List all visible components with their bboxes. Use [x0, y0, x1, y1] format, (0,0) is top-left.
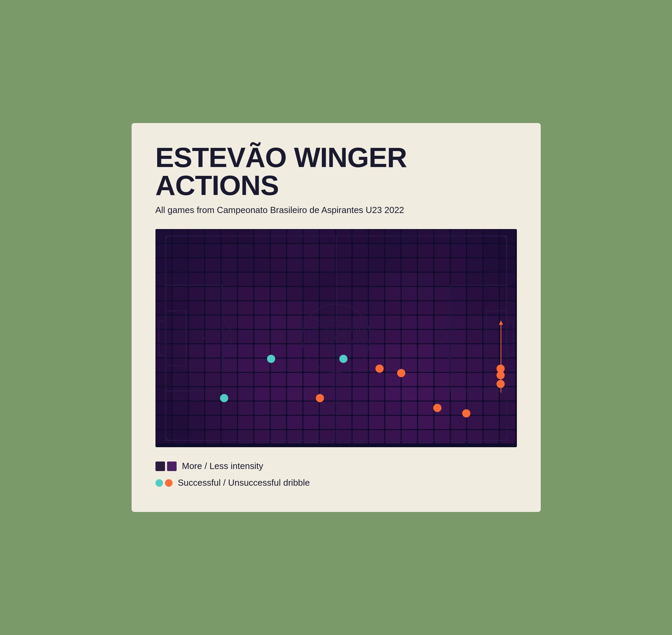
svg-rect-61	[418, 258, 433, 272]
svg-rect-302	[402, 416, 417, 429]
svg-rect-13	[353, 230, 368, 243]
svg-point-348	[220, 394, 228, 402]
svg-text:TFA: TFA	[301, 313, 372, 354]
dribble-legend-row: Successful / Unsuccessful dribble	[155, 478, 517, 488]
svg-rect-169	[385, 330, 401, 343]
svg-rect-226	[238, 373, 253, 386]
svg-rect-111	[156, 301, 171, 315]
svg-rect-161	[254, 330, 270, 343]
svg-rect-126	[402, 301, 417, 315]
svg-rect-40	[434, 244, 450, 257]
svg-rect-224	[205, 373, 221, 386]
svg-rect-31	[287, 244, 302, 257]
svg-rect-185	[287, 344, 302, 358]
svg-rect-39	[418, 244, 433, 257]
svg-rect-38	[402, 244, 417, 257]
svg-rect-91	[189, 287, 204, 300]
svg-rect-73	[254, 273, 270, 286]
svg-rect-171	[418, 330, 433, 343]
svg-rect-156	[173, 330, 188, 343]
svg-rect-88	[500, 273, 515, 286]
svg-rect-239	[451, 373, 466, 386]
svg-rect-43	[483, 244, 499, 257]
svg-rect-280	[402, 402, 417, 415]
svg-rect-105	[418, 287, 433, 300]
svg-rect-214	[402, 359, 417, 372]
svg-rect-208	[303, 359, 319, 372]
svg-rect-314	[238, 430, 253, 443]
svg-rect-234	[369, 373, 384, 386]
svg-rect-285	[483, 402, 499, 415]
svg-rect-241	[483, 373, 499, 386]
svg-rect-99	[320, 287, 335, 300]
intensity-label: More / Less intensity	[182, 461, 263, 471]
svg-rect-237	[418, 373, 433, 386]
svg-rect-51	[254, 258, 270, 272]
svg-rect-127	[418, 301, 433, 315]
svg-rect-261	[451, 387, 466, 400]
svg-point-353	[462, 409, 470, 418]
svg-rect-23	[156, 244, 171, 257]
svg-rect-106	[434, 287, 450, 300]
svg-rect-192	[402, 344, 417, 358]
svg-rect-154	[500, 316, 515, 329]
svg-rect-271	[254, 402, 270, 415]
svg-rect-288	[173, 416, 188, 429]
svg-rect-87	[483, 273, 499, 286]
svg-rect-33	[320, 244, 335, 257]
svg-rect-3	[189, 230, 204, 243]
svg-rect-20	[467, 230, 482, 243]
svg-rect-45	[156, 258, 171, 272]
svg-rect-9	[287, 230, 302, 243]
svg-rect-225	[222, 373, 237, 386]
svg-rect-159	[222, 330, 237, 343]
svg-rect-222	[173, 373, 188, 386]
svg-rect-64	[467, 258, 482, 272]
svg-rect-202	[205, 359, 221, 372]
svg-rect-79	[353, 273, 368, 286]
svg-rect-107	[451, 287, 466, 300]
svg-rect-109	[483, 287, 499, 300]
svg-rect-221	[156, 373, 171, 386]
svg-rect-180	[205, 344, 221, 358]
svg-rect-178	[173, 344, 188, 358]
svg-rect-195	[451, 344, 466, 358]
svg-rect-330	[500, 430, 515, 443]
svg-rect-81	[385, 273, 401, 286]
svg-rect-264	[500, 387, 515, 400]
pitch-svg: TFA	[155, 229, 517, 447]
svg-rect-203	[222, 359, 237, 372]
svg-rect-49	[222, 258, 237, 272]
svg-rect-296	[303, 416, 319, 429]
svg-rect-315	[254, 430, 270, 443]
svg-point-346	[267, 355, 275, 363]
svg-rect-6	[238, 230, 253, 243]
svg-rect-134	[173, 316, 188, 329]
svg-rect-274	[303, 402, 319, 415]
svg-rect-82	[402, 273, 417, 286]
svg-rect-293	[254, 416, 270, 429]
svg-rect-232	[336, 373, 352, 386]
svg-point-349	[375, 365, 384, 373]
svg-rect-101	[353, 287, 368, 300]
svg-rect-68	[173, 273, 188, 286]
svg-rect-317	[287, 430, 302, 443]
svg-rect-266	[173, 402, 188, 415]
svg-rect-328	[467, 430, 482, 443]
svg-rect-209	[320, 359, 335, 372]
svg-rect-329	[483, 430, 499, 443]
svg-rect-41	[451, 244, 466, 257]
svg-rect-19	[451, 230, 466, 243]
svg-rect-15	[385, 230, 401, 243]
intensity-legend-row: More / Less intensity	[155, 461, 517, 471]
svg-rect-273	[287, 402, 302, 415]
svg-rect-246	[205, 387, 221, 400]
svg-point-356	[496, 380, 505, 388]
svg-rect-243	[156, 387, 171, 400]
svg-rect-140	[271, 316, 286, 329]
svg-rect-36	[369, 244, 384, 257]
svg-rect-229	[287, 373, 302, 386]
svg-point-350	[397, 369, 405, 377]
svg-rect-303	[418, 416, 433, 429]
svg-rect-149	[418, 316, 433, 329]
